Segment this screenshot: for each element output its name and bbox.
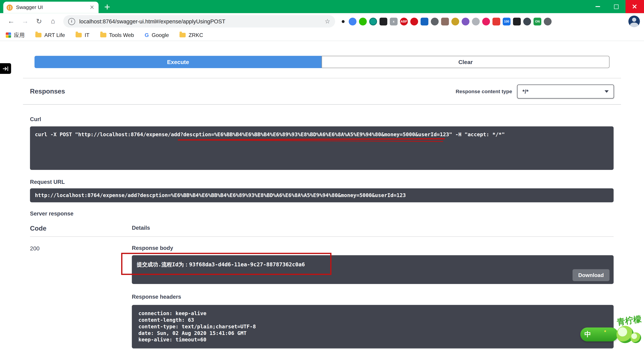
response-body-text: 提交成功.流程Id为：93f68da3-d4d6-11ea-9c27-88787…: [137, 261, 305, 268]
screenshot-extension-icon[interactable]: [380, 17, 387, 25]
tab-close-icon[interactable]: [89, 4, 95, 11]
recording-dot-indicator: [342, 20, 344, 23]
red-underline-annotation: [178, 138, 445, 140]
downloader-extension-icon[interactable]: [420, 17, 428, 25]
tab-title: Swagger UI: [16, 4, 89, 10]
curl-label: Curl: [30, 116, 614, 122]
new-tab-button[interactable]: [102, 2, 112, 12]
code-column-header: Code: [30, 225, 132, 232]
folder-icon: [35, 33, 41, 37]
content-type-value: */*: [522, 88, 528, 95]
extensions-row: x ABP 100 ON: [348, 17, 625, 25]
watermark-bubble: 中: [580, 328, 618, 341]
response-body-label: Response body: [132, 245, 614, 251]
window-maximize-button[interactable]: [607, 0, 626, 13]
bookmark-folder-art-life[interactable]: ART Life: [35, 32, 65, 38]
translate-extension-icon[interactable]: [348, 17, 356, 25]
library-extension-icon[interactable]: [441, 17, 449, 25]
google-g-icon: G: [145, 32, 149, 38]
clear-button[interactable]: Clear: [322, 56, 610, 68]
responses-body: Curl curl -X POST "http://localhost:8764…: [30, 116, 614, 349]
address-bar[interactable]: i localhost:8764/swagger-ui.html#/expens…: [63, 15, 335, 28]
response-row-200: 200 Response body 提交成功.流程Id为：93f68da3-d4…: [30, 245, 614, 348]
response-headers-block: connection: keep-alive content-length: 6…: [132, 305, 614, 349]
apps-grid-icon: [6, 32, 11, 38]
bookmark-google[interactable]: G Google: [145, 32, 169, 38]
bookmarks-bar: 应用 ART Life IT Tools Web G Google ZRKC: [0, 29, 644, 41]
swagger-page: Execute Clear Responses Response content…: [0, 56, 644, 349]
request-url-value: http://localhost:8764/expense/add?descpt…: [30, 188, 614, 202]
bookmark-folder-it[interactable]: IT: [76, 32, 89, 38]
folder-icon: [100, 33, 106, 37]
folder-icon: [76, 33, 82, 37]
window-controls: [588, 0, 644, 13]
curl-command-block: curl -X POST "http://localhost:8764/expe…: [30, 126, 614, 170]
responses-header: Responses Response content type */*: [23, 78, 621, 105]
red-underline-annotation: [180, 140, 443, 142]
response-header-line: date: Sun, 02 Aug 2020 15:41:06 GMT: [138, 330, 607, 337]
expand-arrow-icon: [2, 66, 9, 71]
abp-extension-icon[interactable]: ABP: [400, 17, 408, 25]
browser-tab[interactable]: { } Swagger UI: [3, 2, 98, 13]
folder-icon: [180, 33, 186, 37]
response-content-type: Response content type */*: [456, 84, 614, 98]
response-table-header: Code Details: [30, 225, 614, 237]
response-details: Response body 提交成功.流程Id为：93f68da3-d4d6-1…: [132, 245, 614, 348]
speed-100-extension-icon[interactable]: 100: [503, 17, 510, 25]
mail-extension-icon[interactable]: x: [390, 17, 398, 25]
clipper-extension-icon[interactable]: [431, 17, 439, 25]
browser-window: { } Swagger UI ← → ↻ ⌂ i localhost:8764/…: [0, 0, 644, 349]
download-button[interactable]: Download: [572, 269, 610, 281]
calendar-extension-icon[interactable]: [492, 17, 500, 25]
responses-title: Responses: [30, 88, 65, 95]
home-button[interactable]: ⌂: [48, 16, 58, 26]
lime-watermark: 青柠檬 中 *: [580, 315, 644, 345]
url-text[interactable]: localhost:8764/swagger-ui.html#/expense/…: [79, 18, 324, 24]
sparkle-icon: *: [604, 329, 606, 335]
refresh-button[interactable]: ↻: [34, 16, 44, 26]
window-close-button[interactable]: [626, 0, 644, 13]
request-url-label: Request URL: [30, 179, 614, 185]
profile-avatar[interactable]: [628, 15, 640, 27]
puzzle-extensions-icon[interactable]: [544, 17, 552, 25]
execute-row: Execute Clear: [34, 56, 610, 68]
password-extension-icon[interactable]: [452, 17, 459, 25]
response-headers-label: Response headers: [132, 294, 614, 300]
qr-extension-icon[interactable]: [513, 17, 521, 25]
execute-button[interactable]: Execute: [34, 56, 322, 68]
sidebar-expand-button[interactable]: [0, 63, 11, 74]
tampermonkey-extension-icon[interactable]: [369, 17, 377, 25]
browser-toolbar: ← → ↻ ⌂ i localhost:8764/swagger-ui.html…: [0, 13, 644, 30]
bookmark-star-icon[interactable]: ☆: [325, 18, 330, 25]
lime-icon: [630, 333, 641, 343]
response-body-block: 提交成功.流程Id为：93f68da3-d4d6-11ea-9c27-88787…: [132, 255, 614, 284]
tab-strip: { } Swagger UI: [0, 0, 644, 13]
bookmark-folder-tools-web[interactable]: Tools Web: [100, 32, 134, 38]
adguard-extension-icon[interactable]: [410, 17, 418, 25]
wechat-extension-icon[interactable]: [359, 17, 367, 25]
response-header-line: connection: keep-alive: [138, 310, 607, 317]
response-header-line: keep-alive: timeout=60: [138, 337, 607, 343]
bird-extension-icon[interactable]: [482, 17, 490, 25]
page-info-icon[interactable]: i: [68, 18, 75, 25]
bookmark-apps[interactable]: 应用: [6, 31, 24, 39]
chevron-down-icon: [604, 90, 608, 93]
status-code: 200: [30, 245, 132, 348]
curl-command: curl -X POST "http://localhost:8764/expe…: [35, 131, 505, 137]
octopus-extension-icon[interactable]: [462, 17, 470, 25]
response-header-line: content-length: 63: [138, 317, 607, 324]
content-type-select[interactable]: */*: [517, 84, 614, 98]
swagger-favicon-icon: { }: [6, 4, 13, 10]
back-button[interactable]: ←: [6, 16, 16, 26]
forward-button[interactable]: →: [20, 16, 30, 26]
globe-extension-icon[interactable]: [523, 17, 531, 25]
response-header-line: content-type: text/plain;charset=UTF-8: [138, 324, 607, 330]
server-response-label: Server response: [30, 211, 614, 217]
on-toggle-extension-icon[interactable]: ON: [534, 17, 541, 25]
window-minimize-button[interactable]: [588, 0, 607, 13]
watermark-text: 青柠檬: [616, 314, 642, 328]
paw-extension-icon[interactable]: [472, 17, 480, 25]
bookmark-folder-zrkc[interactable]: ZRKC: [180, 32, 203, 38]
details-column-header: Details: [132, 225, 614, 232]
response-content-type-label: Response content type: [456, 89, 512, 94]
